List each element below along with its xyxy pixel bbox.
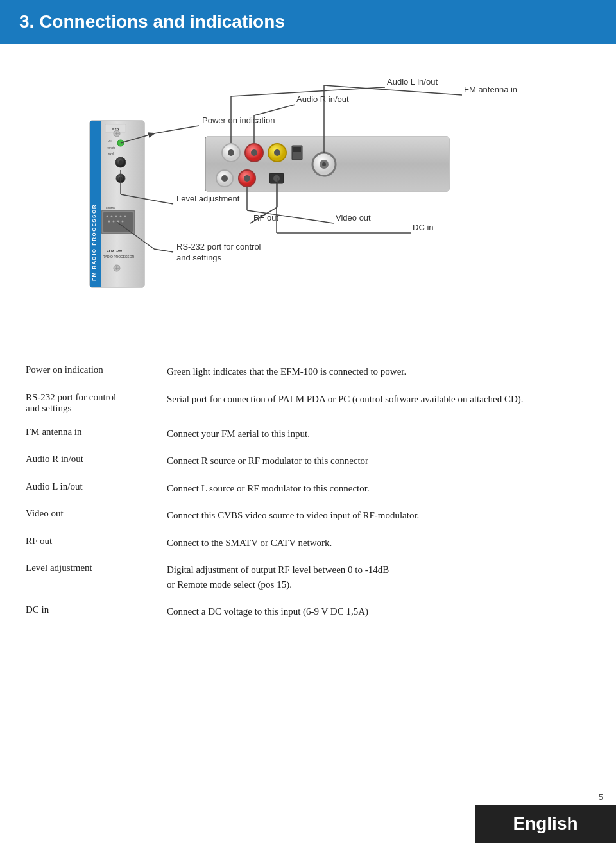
svg-text:remote: remote	[107, 146, 116, 149]
chapter-header: 3. Connections and indications	[0, 0, 616, 44]
svg-point-46	[221, 175, 228, 182]
svg-point-24	[122, 221, 124, 223]
svg-text:Audio L in/out: Audio L in/out	[387, 77, 438, 87]
desc-label-rf: RF out	[26, 536, 167, 547]
diagram-area: FM RADIO PROCESSOR a2b on remote level	[26, 69, 590, 339]
svg-point-44	[322, 162, 326, 166]
desc-label-audio-l: Audio L in/out	[26, 481, 167, 492]
svg-text:and settings: and settings	[176, 253, 222, 262]
desc-text-dc: Connect a DC voltage to this input (6-9 …	[167, 604, 590, 619]
desc-text-audio-r: Connect R source or RF modulator to this…	[167, 454, 590, 468]
svg-point-22	[113, 221, 115, 223]
svg-text:RADIO PROCESSOR: RADIO PROCESSOR	[103, 255, 135, 259]
svg-point-35	[228, 149, 234, 156]
desc-text-rs232: Serial port for connection of PALM PDA o…	[167, 392, 590, 407]
svg-text:Level adjustment: Level adjustment	[176, 194, 240, 203]
svg-point-21	[108, 221, 110, 223]
desc-row-rs232: RS-232 port for controland settings Seri…	[26, 386, 590, 420]
desc-label-fm: FM antenna in	[26, 427, 167, 438]
desc-text-fm: Connect your FM aerial to this input.	[167, 427, 590, 441]
svg-text:Power on indication: Power on indication	[202, 115, 275, 125]
desc-label-dc: DC in	[26, 604, 167, 615]
svg-line-76	[154, 249, 173, 252]
description-table: Power on indication Green light indicate…	[26, 358, 590, 626]
svg-text:FM antenna in: FM antenna in	[464, 85, 517, 94]
svg-rect-41	[293, 147, 301, 152]
desc-text-power: Green light indicates that the EFM-100 i…	[167, 364, 590, 379]
svg-point-16	[107, 216, 108, 217]
desc-row-rf: RF out Connect to the SMATV or CATV netw…	[26, 529, 590, 557]
svg-point-50	[273, 175, 280, 182]
svg-point-10	[119, 160, 123, 164]
desc-row-video: Video out Connect this CVBS video source…	[26, 502, 590, 529]
footer: 5 English	[475, 792, 616, 843]
desc-text-video: Connect this CVBS video source to video …	[167, 508, 590, 523]
desc-row-audio-r: Audio R in/out Connect R source or RF mo…	[26, 447, 590, 475]
desc-row-power: Power on indication Green light indicate…	[26, 358, 590, 386]
svg-text:FM RADIO PROCESSOR: FM RADIO PROCESSOR	[91, 204, 97, 281]
svg-text:Video out: Video out	[336, 213, 371, 223]
svg-point-18	[116, 216, 117, 217]
desc-row-dc: DC in Connect a DC voltage to this input…	[26, 598, 590, 626]
svg-line-55	[254, 105, 295, 115]
desc-label-level: Level adjustment	[26, 563, 167, 574]
svg-point-19	[120, 216, 122, 217]
svg-point-20	[124, 216, 126, 217]
svg-point-39	[274, 149, 280, 156]
svg-text:RS-232 port for control: RS-232 port for control	[176, 242, 261, 251]
language-label: English	[513, 813, 578, 834]
desc-text-audio-l: Connect L source or RF modulator to this…	[167, 481, 590, 496]
svg-text:Audio R in/out: Audio R in/out	[296, 94, 349, 104]
svg-line-61	[324, 85, 462, 95]
language-bar: English	[475, 805, 616, 843]
svg-point-37	[251, 149, 257, 156]
desc-row-fm: FM antenna in Connect your FM aerial to …	[26, 420, 590, 448]
desc-label-audio-r: Audio R in/out	[26, 454, 167, 464]
svg-line-52	[154, 126, 199, 133]
diagram-svg: FM RADIO PROCESSOR a2b on remote level	[26, 69, 590, 339]
desc-label-rs232: RS-232 port for controland settings	[26, 392, 167, 414]
svg-text:on: on	[108, 139, 112, 142]
desc-row-audio-l: Audio L in/out Connect L source or RF mo…	[26, 475, 590, 502]
svg-point-48	[244, 175, 250, 182]
desc-row-level: Level adjustment Digital adjustment of o…	[26, 556, 590, 598]
svg-text:DC in: DC in	[413, 223, 434, 232]
chapter-title: 3. Connections and indications	[19, 12, 597, 32]
desc-text-rf: Connect to the SMATV or CATV network.	[167, 536, 590, 550]
svg-point-17	[111, 216, 113, 217]
svg-text:EFM -100: EFM -100	[107, 249, 122, 253]
desc-text-level: Digital adjustment of output RF level be…	[167, 563, 590, 592]
desc-label-video: Video out	[26, 508, 167, 519]
svg-text:level: level	[108, 152, 114, 155]
svg-text:control: control	[106, 206, 116, 210]
desc-label-power: Power on indication	[26, 364, 167, 375]
main-content: FM RADIO PROCESSOR a2b on remote level	[0, 44, 616, 638]
page-number: 5	[599, 792, 616, 802]
